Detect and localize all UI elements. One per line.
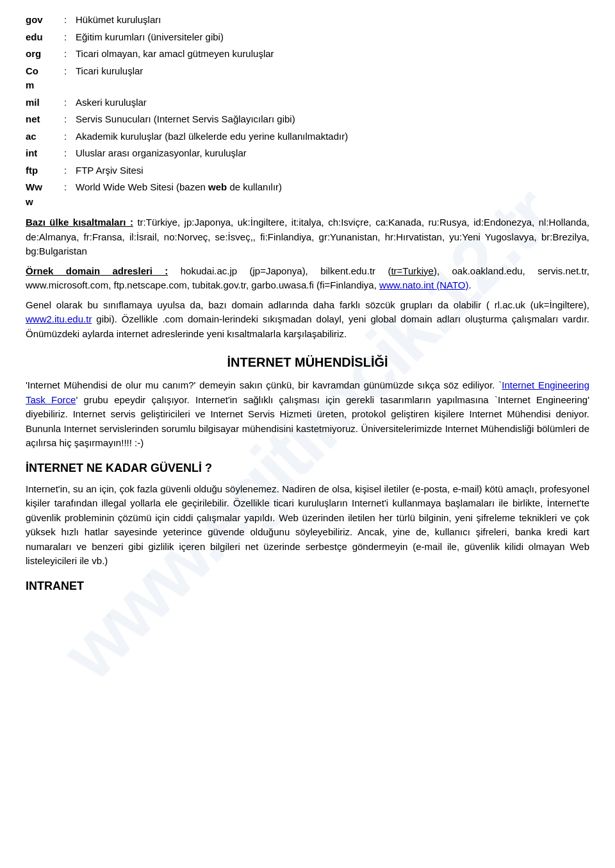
genel-paragraph: Genel olarak bu sınıflamaya uyulsa da, b… (26, 298, 589, 342)
term-label-org: org (26, 47, 64, 62)
term-label-net: net (26, 112, 64, 127)
term-colon-www: : (64, 180, 76, 195)
term-label-ac: ac (26, 129, 64, 144)
internet-muh-heading: İNTERNET MÜHENDİSLİĞİ (26, 353, 589, 372)
term-row-ac: ac : Akademik kuruluşlar (bazl ülkelerde… (26, 129, 589, 144)
term-def-com: Ticari kuruluşlar (76, 64, 589, 79)
ulke-kisaltmalari-line: Bazı ülke kısaltmaları : tr:Türkiye, jp:… (26, 215, 589, 259)
term-row-www: Www : World Wide Web Sitesi (bazen web d… (26, 180, 589, 209)
term-colon-com: : (64, 64, 76, 79)
term-colon-edu: : (64, 30, 76, 45)
internet-guvenli-heading: İNTERNET NE KADAR GÜVENLİ ? (26, 460, 589, 477)
term-label-com: Com (26, 64, 64, 93)
ornek-domain-line: Örnek domain adresleri : hokudai.ac.jp (… (26, 264, 589, 293)
term-def-org: Ticari olmayan, kar amacl gütmeyen kurul… (76, 47, 589, 62)
internet-muh-paragraph: 'Internet Mühendisi de olur mu canım?' d… (26, 378, 589, 451)
term-def-edu: Eğitim kurumları (üniversiteler gibi) (76, 30, 589, 45)
term-colon-int: : (64, 146, 76, 161)
term-def-ac: Akademik kuruluşlar (bazl ülkelerde edu … (76, 129, 589, 144)
term-label-gov: gov (26, 13, 64, 28)
term-def-gov: Hükümet kuruluşları (76, 13, 589, 28)
term-label-int: int (26, 146, 64, 161)
term-def-ftp: FTP Arşiv Sitesi (76, 163, 589, 178)
term-colon-net: : (64, 112, 76, 127)
term-def-mil: Askeri kuruluşlar (76, 96, 589, 110)
term-row-gov: gov : Hükümet kuruluşları (26, 13, 589, 28)
term-row-com: Com : Ticari kuruluşlar (26, 64, 589, 93)
term-row-mil: mil : Askeri kuruluşlar (26, 96, 589, 110)
term-row-net: net : Servis Sunucuları (Internet Servis… (26, 112, 589, 127)
term-def-net: Servis Sunucuları (Internet Servis Sağla… (76, 112, 589, 127)
term-def-int: Uluslar arası organizasyonlar, kuruluşla… (76, 146, 589, 161)
term-label-edu: edu (26, 30, 64, 45)
internet-guvenli-paragraph: Internet'in, su an için, çok fazla güven… (26, 482, 589, 569)
terms-table: gov : Hükümet kuruluşları edu : Eğitim k… (26, 13, 589, 209)
nato-link[interactable]: www.nato.int (NATO) (379, 280, 468, 290)
term-label-ftp: ftp (26, 163, 64, 178)
term-colon-org: : (64, 47, 76, 62)
ietf-link[interactable]: Internet Engineering Task Force (26, 380, 589, 405)
intranet-heading: INTRANET (26, 578, 589, 595)
term-colon-gov: : (64, 13, 76, 28)
term-colon-mil: : (64, 96, 76, 110)
itu-link[interactable]: www2.itu.edu.tr (26, 313, 92, 324)
term-colon-ac: : (64, 129, 76, 144)
term-label-www: Www (26, 180, 64, 209)
term-row-int: int : Uluslar arası organizasyonlar, kur… (26, 146, 589, 161)
term-label-mil: mil (26, 96, 64, 110)
term-row-org: org : Ticari olmayan, kar amacl gütmeyen… (26, 47, 589, 62)
term-colon-ftp: : (64, 163, 76, 178)
term-def-www: World Wide Web Sitesi (bazen web de kull… (76, 180, 589, 195)
term-row-ftp: ftp : FTP Arşiv Sitesi (26, 163, 589, 178)
term-row-edu: edu : Eğitim kurumları (üniversiteler gi… (26, 30, 589, 45)
